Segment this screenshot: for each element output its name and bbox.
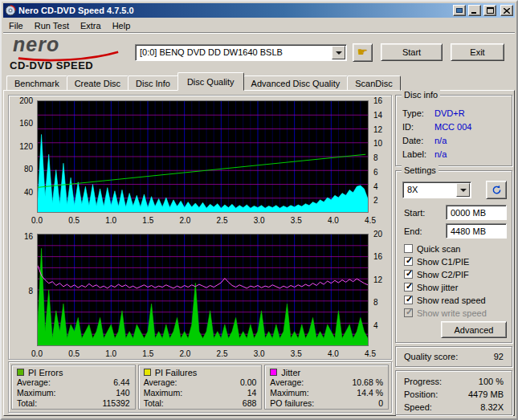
axis-tick: 8 bbox=[373, 153, 378, 162]
axis-tick: 8 bbox=[28, 287, 33, 296]
axis-tick: 16 bbox=[24, 231, 33, 240]
axis-tick: 2.5 bbox=[217, 349, 228, 358]
app-window: Nero CD-DVD Speed 4.7.5.0 File Run Test … bbox=[0, 0, 518, 420]
stat-value: 0.00 bbox=[240, 377, 256, 388]
axis-tick: 0.5 bbox=[68, 349, 80, 358]
minimize-button[interactable] bbox=[468, 5, 481, 16]
end-position-label: End: bbox=[404, 226, 422, 236]
axis-tick: 80 bbox=[24, 165, 33, 173]
pif-jitter-chart bbox=[37, 234, 369, 346]
pi-failures-color-icon bbox=[144, 369, 151, 376]
checkbox-box[interactable] bbox=[404, 244, 413, 253]
tab-scandisc[interactable]: ScanDisc bbox=[347, 75, 400, 91]
quality-score-group: Quality score: 92 bbox=[395, 346, 512, 367]
stat-label: Maximum: bbox=[17, 388, 55, 398]
position-label: Position: bbox=[404, 389, 438, 399]
axis-tick: 1.0 bbox=[105, 349, 116, 358]
axis-tick: 120 bbox=[19, 141, 33, 150]
titlebar-extra-button[interactable] bbox=[453, 5, 466, 16]
checkbox-label: Show write speed bbox=[417, 308, 487, 318]
disc-type-value: DVD+R bbox=[434, 108, 465, 118]
checkbox-show-c2-pif[interactable]: Show C2/PIF bbox=[404, 269, 469, 279]
disc-id-label: ID: bbox=[402, 122, 434, 132]
stat-label: Total: bbox=[144, 398, 164, 409]
stat-value: 115392 bbox=[102, 398, 129, 409]
stat-label: Maximum: bbox=[270, 388, 308, 398]
tab-disc-info[interactable]: Disc Info bbox=[128, 75, 178, 91]
statistics-panel: PI Errors Average:6.44 Maximum:140 Total… bbox=[8, 361, 392, 413]
axis-tick: 200 bbox=[19, 96, 33, 105]
checkbox-show-write-speed: Show write speed bbox=[404, 308, 487, 318]
axis-tick: 14 bbox=[373, 110, 382, 119]
end-position-field[interactable]: 4480 MB bbox=[446, 223, 507, 239]
menu-run-test[interactable]: Run Test bbox=[29, 20, 75, 31]
close-icon bbox=[504, 8, 510, 14]
checkbox-label: Show C2/PIF bbox=[417, 270, 469, 279]
disc-label-label: Label: bbox=[402, 149, 434, 159]
toolbar-divider bbox=[3, 32, 515, 34]
position-value: 4479 MB bbox=[468, 389, 504, 399]
disc-info-title: Disc info bbox=[402, 90, 440, 100]
bottom-chart-right-axis: 20 16 12 8 4 bbox=[371, 234, 390, 348]
stat-value: 140 bbox=[116, 388, 130, 398]
stat-value: 10.68 % bbox=[352, 377, 383, 388]
stat-label: Average: bbox=[17, 377, 51, 388]
checkbox-box[interactable] bbox=[404, 270, 413, 279]
close-button[interactable] bbox=[500, 5, 513, 16]
quality-score-value: 92 bbox=[494, 352, 504, 361]
checkbox-show-jitter[interactable]: Show jitter bbox=[404, 282, 458, 292]
jitter-title: Jitter bbox=[281, 368, 300, 377]
menu-file[interactable]: File bbox=[3, 20, 29, 31]
axis-tick: 4.5 bbox=[365, 349, 376, 358]
axis-tick: 4 bbox=[373, 181, 378, 190]
extra-icon bbox=[456, 7, 463, 14]
refresh-button[interactable] bbox=[486, 181, 507, 199]
checkbox-quick-scan[interactable]: Quick scan bbox=[404, 243, 460, 254]
exit-button[interactable]: Exit bbox=[451, 43, 504, 61]
app-icon bbox=[5, 5, 16, 16]
stat-value: 14.4 % bbox=[357, 388, 383, 398]
axis-tick: 2.5 bbox=[217, 216, 228, 225]
titlebar[interactable]: Nero CD-DVD Speed 4.7.5.0 bbox=[3, 3, 515, 18]
menu-extra[interactable]: Extra bbox=[75, 20, 107, 31]
disc-type-label: Type: bbox=[402, 108, 434, 118]
settings-group: Settings 8X Start: 0000 MB End: 4480 MB … bbox=[395, 170, 512, 343]
nero-logo: nero CD-DVD SPEED bbox=[8, 35, 130, 71]
checkbox-box[interactable] bbox=[404, 283, 413, 292]
tab-advanced-disc-quality[interactable]: Advanced Disc Quality bbox=[243, 75, 349, 91]
progress-group: Progress:100 % Position:4479 MB Speed:8.… bbox=[395, 370, 512, 415]
write-test-button[interactable]: ☛ bbox=[353, 43, 373, 62]
drive-select[interactable]: [0:0] BENQ DVD DD DW1640 BSLB bbox=[135, 44, 347, 61]
checkbox-show-read-speed[interactable]: Show read speed bbox=[404, 295, 486, 305]
tab-create-disc[interactable]: Create Disc bbox=[67, 75, 128, 91]
checkbox-box[interactable] bbox=[404, 296, 413, 304]
pi-failures-box: PI Failures Average:0.00 Maximum:14 Tota… bbox=[138, 365, 263, 410]
checkbox-box[interactable] bbox=[404, 257, 413, 266]
start-button[interactable]: Start bbox=[381, 43, 443, 61]
maximize-button[interactable] bbox=[483, 5, 496, 16]
advanced-button[interactable]: Advanced bbox=[441, 321, 507, 338]
nero-swoosh-icon bbox=[8, 51, 128, 62]
start-position-field[interactable]: 0000 MB bbox=[446, 205, 507, 220]
checkbox-label: Quick scan bbox=[417, 244, 460, 254]
bottom-chart-x-axis: 0.0 0.5 1.0 1.5 2.0 2.5 3.0 3.5 4.0 4.5 bbox=[37, 349, 370, 358]
axis-tick: 10 bbox=[373, 139, 382, 148]
menu-help[interactable]: Help bbox=[107, 20, 137, 31]
drive-select-arrow[interactable] bbox=[332, 46, 345, 59]
axis-tick: 20 bbox=[373, 230, 382, 239]
stat-value: 0 bbox=[378, 398, 383, 409]
stat-value: 6.44 bbox=[113, 377, 129, 388]
speed-select[interactable]: 8X bbox=[402, 181, 471, 198]
tab-disc-quality[interactable]: Disc Quality bbox=[177, 72, 244, 91]
axis-tick: 3.5 bbox=[291, 349, 302, 358]
axis-tick: 0.5 bbox=[68, 216, 80, 225]
stat-label: Total: bbox=[17, 398, 37, 409]
axis-tick: 4.5 bbox=[365, 216, 376, 225]
speed-select-arrow[interactable] bbox=[456, 183, 470, 197]
checkbox-show-c1-pie[interactable]: Show C1/PIE bbox=[404, 256, 469, 267]
tab-benchmark[interactable]: Benchmark bbox=[6, 75, 67, 91]
axis-tick: 4 bbox=[373, 320, 378, 329]
axis-tick: 12 bbox=[373, 275, 382, 283]
checkbox-label: Show jitter bbox=[417, 283, 458, 292]
axis-tick: 2.0 bbox=[179, 216, 190, 225]
